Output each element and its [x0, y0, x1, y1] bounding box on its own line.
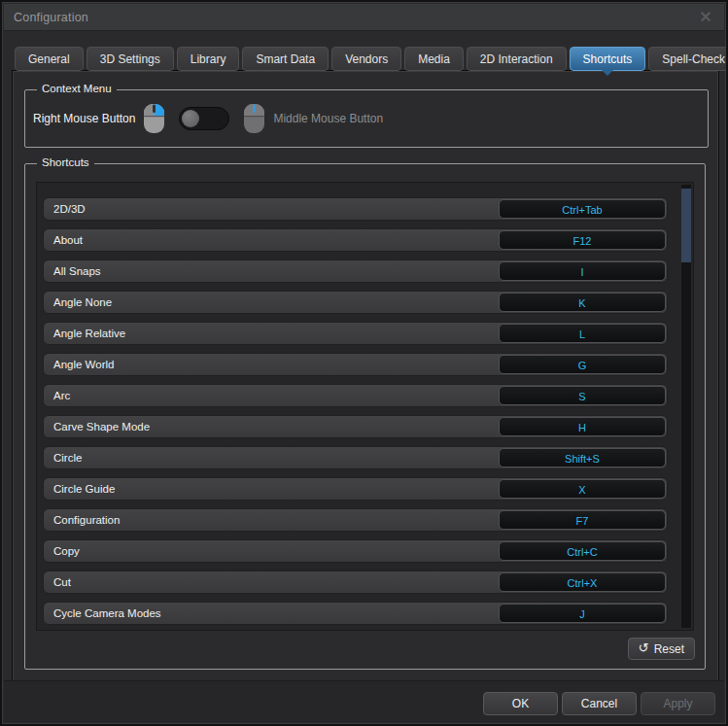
tab-vendors[interactable]: Vendors	[331, 47, 401, 71]
shortcut-key-button[interactable]: X	[499, 479, 666, 499]
configuration-dialog: Configuration ✕ General3D SettingsLibrar…	[0, 0, 728, 726]
tab-label: Shortcuts	[583, 52, 633, 66]
tab-media[interactable]: Media	[404, 47, 464, 71]
shortcut-action-label: Circle	[53, 452, 82, 464]
shortcut-row: Cut Ctrl+X	[43, 570, 668, 594]
scrollbar-thumb[interactable]	[681, 189, 691, 262]
shortcut-row: Copy Ctrl+C	[43, 539, 668, 563]
shortcut-row: Configuration F7	[43, 508, 668, 532]
ok-button[interactable]: OK	[483, 692, 558, 715]
toggle-knob	[182, 110, 199, 127]
shortcut-action-label: Angle Relative	[53, 328, 125, 339]
tab-label: Spell-Check	[662, 52, 725, 66]
close-icon[interactable]: ✕	[697, 9, 714, 26]
reset-icon: ↺	[639, 641, 649, 654]
tab-library[interactable]: Library	[177, 47, 240, 71]
context-menu-toggle[interactable]	[179, 107, 229, 130]
reset-button[interactable]: ↺ Reset	[628, 638, 695, 660]
tab-label: Vendors	[345, 52, 388, 66]
shortcut-row: Angle World G	[43, 353, 668, 376]
shortcut-action-label: About	[53, 234, 83, 246]
reset-button-label: Reset	[654, 642, 684, 656]
shortcut-action-label: Cut	[53, 576, 71, 588]
shortcuts-group: Shortcuts 2D/3D Ctrl+Tab About F12 All S…	[24, 163, 706, 670]
shortcut-key-button[interactable]: F7	[499, 510, 666, 530]
tab-smart-data[interactable]: Smart Data	[242, 47, 329, 71]
right-mouse-button-icon	[143, 103, 165, 134]
shortcuts-list: 2D/3D Ctrl+Tab About F12 All Snaps I Ang…	[36, 182, 694, 631]
shortcuts-group-label: Shortcuts	[37, 156, 94, 168]
shortcut-action-label: 2D/3D	[53, 203, 86, 215]
tab-general[interactable]: General	[15, 47, 84, 71]
shortcut-action-label: Configuration	[53, 514, 120, 526]
shortcut-row: Angle Relative L	[43, 322, 668, 345]
tab-label: General	[28, 52, 70, 66]
shortcut-key-button[interactable]: G	[499, 355, 666, 374]
shortcut-row: All Snaps I	[43, 259, 668, 283]
shortcut-key-button[interactable]: L	[499, 324, 666, 343]
shortcut-key-button[interactable]: Ctrl+Tab	[499, 199, 666, 219]
shortcut-action-label: Copy	[53, 545, 80, 557]
shortcut-key-button[interactable]: Shift+S	[499, 448, 666, 467]
shortcut-action-label: Angle None	[53, 296, 112, 308]
tab-shortcuts[interactable]: Shortcuts	[570, 47, 646, 71]
apply-button[interactable]: Apply	[641, 692, 715, 715]
shortcut-row: Angle None K	[43, 291, 668, 314]
shortcut-key-button[interactable]: H	[499, 417, 666, 436]
shortcut-key-button[interactable]: F12	[499, 230, 666, 250]
shortcut-action-label: Carve Shape Mode	[53, 421, 150, 432]
shortcut-action-label: All Snaps	[53, 265, 101, 277]
shortcut-action-label: Arc	[53, 390, 70, 401]
shortcut-key-button[interactable]: I	[499, 261, 666, 281]
middle-mouse-button-label: Middle Mouse Button	[273, 112, 383, 125]
window-title: Configuration	[14, 11, 88, 24]
shortcut-key-button[interactable]: Ctrl+X	[499, 572, 666, 592]
shortcut-action-label: Angle World	[53, 359, 114, 370]
content-panel: Context Menu Right Mouse Button	[12, 70, 719, 682]
shortcut-key-button[interactable]: Ctrl+C	[499, 541, 666, 561]
right-mouse-button-label: Right Mouse Button	[33, 112, 135, 125]
footer-bar: OK Cancel Apply	[4, 680, 724, 722]
title-bar: Configuration ✕	[4, 4, 724, 31]
shortcut-rows-container: 2D/3D Ctrl+Tab About F12 All Snaps I Ang…	[43, 197, 668, 631]
cancel-button[interactable]: Cancel	[562, 692, 637, 715]
shortcut-action-label: Circle Guide	[53, 483, 115, 495]
tab-label: 3D Settings	[100, 52, 160, 66]
tab-label: Media	[418, 52, 450, 66]
middle-mouse-button-icon	[243, 103, 265, 134]
tab-label: 2D Interaction	[480, 52, 553, 66]
shortcut-key-button[interactable]: K	[499, 293, 666, 312]
shortcut-row: Circle Guide X	[43, 477, 668, 501]
shortcut-key-button[interactable]: J	[499, 604, 666, 623]
shortcut-row: About F12	[43, 228, 668, 252]
shortcut-row: Circle Shift+S	[43, 446, 668, 469]
shortcut-row: 2D/3D Ctrl+Tab	[43, 197, 668, 221]
shortcut-row: Cycle Camera Modes J	[43, 602, 668, 625]
reset-row: ↺ Reset	[628, 638, 695, 660]
shortcut-action-label: Cycle Camera Modes	[53, 607, 161, 619]
shortcut-row: Carve Shape Mode H	[43, 415, 668, 438]
context-menu-row: Right Mouse Button	[33, 90, 700, 147]
context-menu-group: Context Menu Right Mouse Button	[24, 89, 709, 148]
shortcut-row: Arc S	[43, 384, 668, 407]
tab-2d-interaction[interactable]: 2D Interaction	[467, 47, 567, 71]
tab-3d-settings[interactable]: 3D Settings	[87, 47, 174, 71]
tab-bar: General3D SettingsLibrarySmart DataVendo…	[15, 46, 713, 71]
footer-buttons: OK Cancel Apply	[483, 692, 715, 715]
shortcut-key-button[interactable]: S	[499, 386, 666, 405]
tab-spell-check[interactable]: Spell-Check	[648, 47, 728, 71]
tab-label: Smart Data	[256, 52, 315, 66]
scrollbar-track[interactable]	[681, 185, 691, 628]
tab-label: Library	[191, 52, 226, 66]
